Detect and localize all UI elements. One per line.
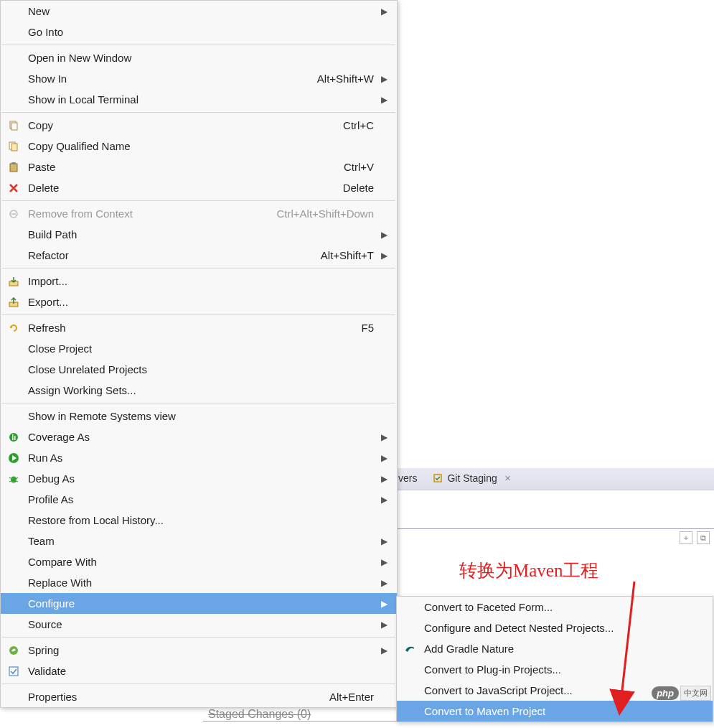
menu-item-coverage-as[interactable]: Coverage As▶ <box>1 426 397 447</box>
import-icon <box>1 276 27 287</box>
submenu-item-convert-to-faceted-form[interactable]: Convert to Faceted Form... <box>397 597 713 617</box>
menu-item-paste[interactable]: PasteCtrl+V <box>1 157 397 177</box>
menu-item-team[interactable]: Team▶ <box>1 531 397 551</box>
context-menu: New▶Go IntoOpen in New WindowShow InAlt+… <box>0 0 398 708</box>
menu-item-build-path[interactable]: Build Path▶ <box>1 224 397 245</box>
menu-item-go-into[interactable]: Go Into <box>1 22 397 42</box>
menu-item-debug-as[interactable]: Debug As▶ <box>1 468 397 489</box>
svg-line-18 <box>9 481 11 482</box>
git-staging-icon <box>433 473 443 483</box>
menu-item-new[interactable]: New▶ <box>1 1 397 22</box>
add-icon[interactable]: + <box>680 531 692 544</box>
menu-item-show-in-remote-systems-view[interactable]: Show in Remote Systems view <box>1 406 397 426</box>
menu-item-label: New <box>27 5 378 17</box>
menu-item-copy[interactable]: CopyCtrl+C <box>1 115 397 136</box>
menu-item-spring[interactable]: Spring▶ <box>1 640 397 661</box>
svg-line-17 <box>16 477 18 479</box>
menu-item-label: Restore from Local History... <box>27 514 378 526</box>
submenu-arrow-icon: ▶ <box>378 74 390 84</box>
menu-item-profile-as[interactable]: Profile As▶ <box>1 489 397 510</box>
menu-item-label: Assign Working Sets... <box>27 384 378 396</box>
menu-item-label: Compare With <box>27 556 378 568</box>
submenu-item-configure-and-detect-nested-projects[interactable]: Configure and Detect Nested Projects... <box>397 617 713 638</box>
copy-icon <box>1 120 27 131</box>
menu-item-run-as[interactable]: Run As▶ <box>1 447 397 468</box>
menu-item-shortcut: Alt+Shift+W <box>317 73 378 85</box>
background-tabs: vers Git Staging ✕ <box>398 472 511 484</box>
menu-item-refactor[interactable]: RefactorAlt+Shift+T▶ <box>1 245 397 266</box>
menu-item-label: Profile As <box>27 493 378 505</box>
configure-submenu: Convert to Faceted Form...Configure and … <box>396 596 713 722</box>
menu-item-restore-from-local-history[interactable]: Restore from Local History... <box>1 510 397 531</box>
menu-item-refresh[interactable]: RefreshF5 <box>1 317 397 338</box>
menu-item-label: Paste <box>27 161 344 173</box>
php-badge-right: 中文网 <box>680 686 711 701</box>
run-icon <box>1 452 27 464</box>
submenu-item-label: Convert to Faceted Form... <box>423 601 705 613</box>
menu-item-show-in[interactable]: Show InAlt+Shift+W▶ <box>1 68 397 89</box>
close-icon[interactable]: ✕ <box>504 474 511 483</box>
menu-item-copy-qualified-name[interactable]: Copy Qualified Name <box>1 136 397 157</box>
add-all-icon[interactable]: ⧉ <box>697 531 710 544</box>
menu-item-configure[interactable]: Configure▶ <box>1 593 397 614</box>
menu-item-compare-with[interactable]: Compare With▶ <box>1 551 397 572</box>
menu-item-close-unrelated-projects[interactable]: Close Unrelated Projects <box>1 359 397 380</box>
menu-item-label: Run As <box>27 452 378 464</box>
svg-rect-13 <box>14 436 16 440</box>
submenu-item-label: Convert to Maven Project <box>423 705 705 717</box>
tab-git-staging[interactable]: Git Staging <box>447 472 497 484</box>
menu-item-source[interactable]: Source▶ <box>1 614 397 635</box>
submenu-arrow-icon: ▶ <box>378 230 390 240</box>
menu-item-label: Copy <box>27 119 343 131</box>
menu-item-replace-with[interactable]: Replace With▶ <box>1 572 397 593</box>
svg-rect-12 <box>12 434 14 440</box>
submenu-arrow-icon: ▶ <box>378 495 390 505</box>
menu-item-properties[interactable]: PropertiesAlt+Enter <box>1 686 397 707</box>
annotation-text: 转换为Maven工程 <box>459 559 598 582</box>
validate-icon <box>1 666 27 677</box>
menu-separator <box>2 268 395 269</box>
menu-separator <box>2 314 395 315</box>
debug-icon <box>1 473 27 485</box>
menu-item-label: Show in Remote Systems view <box>27 410 378 422</box>
svg-point-15 <box>11 476 17 482</box>
submenu-item-label: Configure and Detect Nested Projects... <box>423 622 705 634</box>
menu-item-import[interactable]: Import... <box>1 271 397 291</box>
menu-item-label: Refactor <box>27 249 321 261</box>
svg-line-16 <box>9 477 11 479</box>
submenu-arrow-icon: ▶ <box>378 599 390 609</box>
svg-rect-5 <box>10 164 17 172</box>
menu-item-assign-working-sets[interactable]: Assign Working Sets... <box>1 380 397 401</box>
menu-item-label: Close Unrelated Projects <box>27 363 378 375</box>
svg-rect-21 <box>9 667 18 676</box>
menu-item-open-in-new-window[interactable]: Open in New Window <box>1 47 397 68</box>
menu-item-delete[interactable]: DeleteDelete <box>1 177 397 198</box>
submenu-arrow-icon: ▶ <box>378 536 390 546</box>
menu-item-label: Coverage As <box>27 431 378 443</box>
menu-separator <box>2 637 395 638</box>
svg-rect-6 <box>11 162 16 164</box>
menu-item-validate[interactable]: Validate <box>1 661 397 681</box>
submenu-item-label: Add Gradle Nature <box>423 643 705 655</box>
submenu-item-convert-to-plug-in-projects[interactable]: Convert to Plug-in Projects... <box>397 659 713 680</box>
menu-item-label: Copy Qualified Name <box>27 140 378 152</box>
menu-item-label: Debug As <box>27 472 378 485</box>
menu-item-label: Show in Local Terminal <box>27 93 378 106</box>
menu-item-label: Show In <box>27 73 317 85</box>
submenu-arrow-icon: ▶ <box>378 557 390 567</box>
menu-item-label: Go Into <box>27 26 378 38</box>
menu-item-shortcut: Ctrl+Alt+Shift+Down <box>277 207 378 220</box>
submenu-item-add-gradle-nature[interactable]: Add Gradle Nature <box>397 638 713 659</box>
submenu-item-convert-to-maven-project[interactable]: Convert to Maven Project <box>397 701 713 722</box>
menu-item-close-project[interactable]: Close Project <box>1 338 397 359</box>
remove-ctx-icon <box>1 208 27 220</box>
php-badge-left: php <box>652 686 679 700</box>
menu-item-label: Build Path <box>27 228 378 241</box>
spring-icon <box>1 645 27 656</box>
menu-item-export[interactable]: Export... <box>1 291 397 312</box>
coverage-icon <box>1 431 27 443</box>
menu-item-label: Team <box>27 535 378 547</box>
menu-item-show-in-local-terminal[interactable]: Show in Local Terminal▶ <box>1 89 397 110</box>
export-icon <box>1 297 27 308</box>
submenu-arrow-icon: ▶ <box>378 251 390 261</box>
